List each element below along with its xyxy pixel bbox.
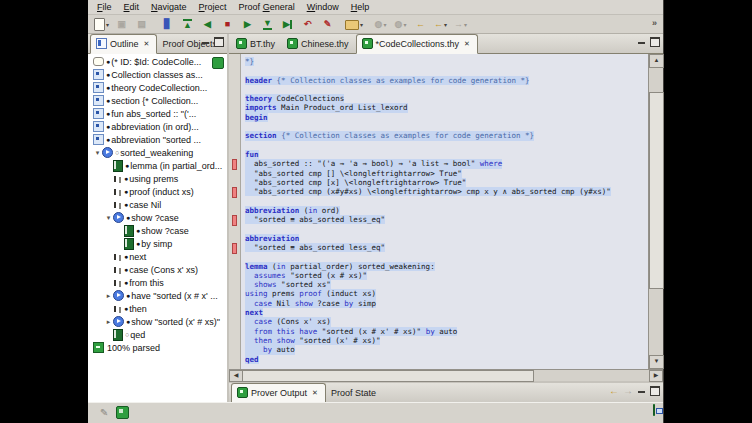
pen-button[interactable]: ✎: [318, 15, 337, 33]
code-line[interactable]: section {* Collection classes as example…: [245, 131, 648, 140]
toolbar-overflow-chevron[interactable]: »: [652, 18, 657, 28]
code-line[interactable]: [245, 141, 648, 150]
outline-item-section-collection[interactable]: ●section {* Collection...: [88, 94, 227, 107]
menu-proof-general[interactable]: Proof General: [233, 1, 301, 13]
open-folder-button[interactable]: ▾: [344, 15, 364, 33]
maximize-button[interactable]: [214, 37, 224, 47]
outline-item-fun-abs-sorted[interactable]: ●fun abs_sorted :: "('...: [88, 107, 227, 120]
horizontal-scrollbar[interactable]: ◀ ▶: [229, 369, 663, 381]
outline-item-theory-codecollection[interactable]: ●theory CodeCollection...: [88, 81, 227, 94]
editor-code[interactable]: *}header {* Collection classes as exampl…: [241, 54, 648, 369]
back-button[interactable]: ←: [411, 15, 430, 33]
outline-item-proof-induct-xs[interactable]: ●proof (induct xs): [88, 185, 227, 198]
code-line[interactable]: from this have "sorted (x # x' # xs)" by…: [245, 327, 648, 336]
outline-tree[interactable]: ●(* ID: $Id: CodeColle...●Collection cla…: [88, 54, 227, 402]
scroll-up-arrow[interactable]: ▲: [649, 54, 664, 68]
tree-expander-icon[interactable]: ▾: [104, 211, 113, 224]
debug-button[interactable]: ◍▾: [391, 15, 410, 33]
back-icon[interactable]: ←: [609, 386, 619, 396]
outline-item-show-sorted-x-xs[interactable]: ▸●show "sorted (x' # xs)": [88, 315, 227, 328]
outline-item-abbreviation-in-ord[interactable]: ●abbreviation (in ord)...: [88, 120, 227, 133]
outline-item-collection-classes-as[interactable]: ●Collection classes as...: [88, 68, 227, 81]
menu-window[interactable]: Window: [301, 1, 345, 13]
next-step-button[interactable]: ▶: [238, 15, 257, 33]
print-button[interactable]: ▤: [132, 15, 151, 33]
code-line[interactable]: [245, 196, 648, 205]
restart-button[interactable]: ↶: [298, 15, 317, 33]
menu-file[interactable]: File: [91, 1, 118, 13]
minimize-button[interactable]: [201, 38, 210, 46]
code-line[interactable]: [245, 122, 648, 131]
code-line[interactable]: "abs_sorted cmp (x#y#xs) \<longleftright…: [245, 187, 648, 196]
menu-help[interactable]: Help: [345, 1, 376, 13]
code-line[interactable]: theory CodeCollections: [245, 94, 648, 103]
code-line[interactable]: shows "sorted xs": [245, 280, 648, 289]
close-icon[interactable]: ✕: [464, 40, 470, 48]
code-line[interactable]: [245, 85, 648, 94]
outline-item-next[interactable]: ●next: [88, 250, 227, 263]
code-line[interactable]: [245, 66, 648, 75]
minimize-button[interactable]: [637, 38, 646, 46]
activate-scripting-button[interactable]: ▊: [158, 15, 177, 33]
horizontal-scroll-thumb[interactable]: [242, 370, 534, 382]
code-line[interactable]: abbreviation: [245, 234, 648, 243]
vertical-scrollbar[interactable]: ▲ ▼: [648, 54, 663, 369]
editor-tab-chinese-thy[interactable]: Chinese.thy: [282, 35, 356, 53]
close-icon[interactable]: ✕: [312, 389, 318, 397]
outline-item-case-nil[interactable]: ●case Nil: [88, 198, 227, 211]
vertical-scroll-thumb[interactable]: [649, 92, 664, 289]
edit-mode-icon[interactable]: ✎: [100, 407, 108, 418]
code-line[interactable]: "abs_sorted cmp [x] \<longleftrightarrow…: [245, 178, 648, 187]
code-line[interactable]: case (Cons x' xs): [245, 317, 648, 326]
save-button[interactable]: ▣: [112, 15, 131, 33]
outline-item-from-this[interactable]: ●from this: [88, 276, 227, 289]
outline-item-lemma-in-partial-ord[interactable]: ●lemma (in partial_ord...: [88, 159, 227, 172]
scroll-right-arrow[interactable]: ▶: [649, 370, 663, 382]
code-line[interactable]: next: [245, 308, 648, 317]
new-button[interactable]: ▾: [92, 15, 111, 33]
run-button[interactable]: ◍▾: [371, 15, 390, 33]
code-line[interactable]: "abs_sorted cmp [] \<longleftrightarrow>…: [245, 169, 648, 178]
tab-prover-output[interactable]: Prover Output✕: [231, 383, 326, 403]
minimize-button[interactable]: [637, 387, 646, 395]
forward-button[interactable]: →▾: [451, 15, 470, 33]
tab-proof-state[interactable]: Proof State: [326, 384, 383, 402]
outline-item-show-case[interactable]: ●show ?case: [88, 224, 227, 237]
close-icon[interactable]: ✕: [144, 40, 150, 48]
menu-navigate[interactable]: Navigate: [145, 1, 193, 13]
code-line[interactable]: "sorted ≡ abs_sorted less_eq": [245, 243, 648, 252]
code-line[interactable]: abbreviation (in ord): [245, 206, 648, 215]
code-line[interactable]: qed: [245, 355, 648, 364]
outline-item-100-parsed[interactable]: 100% parsed: [88, 341, 227, 354]
interrupt-button[interactable]: ■: [218, 15, 237, 33]
tab-outline[interactable]: Outline✕: [90, 34, 157, 54]
outline-item-qed[interactable]: ○qed: [88, 328, 227, 341]
editor-tab-codecollections-thy[interactable]: *CodeCollections.thy✕: [356, 34, 478, 54]
menu-edit[interactable]: Edit: [118, 1, 146, 13]
scroll-left-arrow[interactable]: ◀: [229, 370, 243, 382]
code-line[interactable]: fun: [245, 150, 648, 159]
code-line[interactable]: abs_sorted :: "('a ⇒ 'a ⇒ bool) ⇒ 'a lis…: [245, 159, 648, 168]
outline-item-have-sorted-x-x[interactable]: ▸●have "sorted (x # x' ...: [88, 289, 227, 302]
outline-item-then[interactable]: ●then: [88, 302, 227, 315]
editor-tab-bt-thy[interactable]: BT.thy: [231, 35, 282, 53]
maximize-button[interactable]: [650, 386, 660, 396]
code-line[interactable]: [245, 252, 648, 261]
back-history-button[interactable]: ←▾: [431, 15, 450, 33]
link-with-editor-icon[interactable]: [212, 57, 224, 69]
goto-start-button[interactable]: ▲: [178, 15, 197, 33]
code-line[interactable]: begin: [245, 113, 648, 122]
scroll-down-arrow[interactable]: ▼: [649, 355, 664, 369]
code-line[interactable]: lemma (in partial_order) sorted_weakenin…: [245, 262, 648, 271]
tree-expander-icon[interactable]: ▸: [104, 315, 113, 328]
outline-item-id-id-codecolle[interactable]: ●(* ID: $Id: CodeColle...: [88, 55, 227, 68]
maximize-button[interactable]: [650, 37, 660, 47]
code-line[interactable]: then show "sorted (x' # xs)": [245, 336, 648, 345]
code-line[interactable]: *}: [245, 57, 648, 66]
plugin-status-icon[interactable]: [116, 406, 129, 419]
code-line[interactable]: header {* Collection classes as examples…: [245, 76, 648, 85]
outline-item-by-simp[interactable]: ●by simp: [88, 237, 227, 250]
goto-cursor-button[interactable]: ▶: [278, 15, 297, 33]
code-line[interactable]: [245, 224, 648, 233]
goto-end-button[interactable]: ▼: [258, 15, 277, 33]
